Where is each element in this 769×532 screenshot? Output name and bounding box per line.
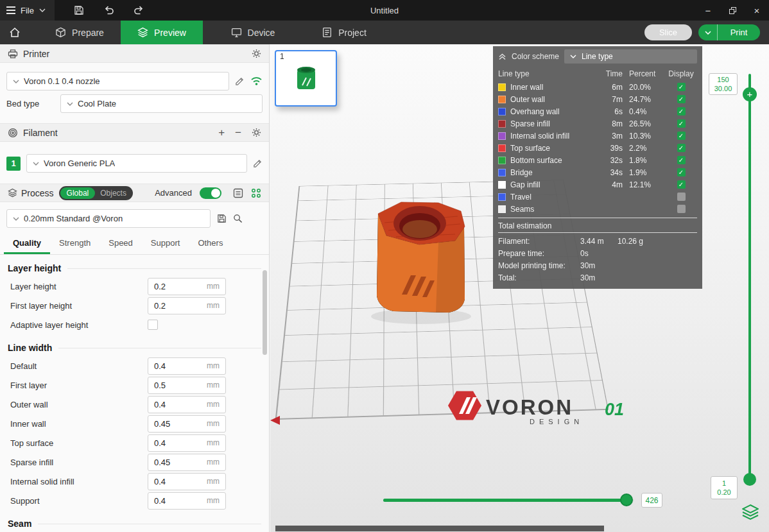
bed-type-select[interactable]: Cool Plate <box>60 94 263 113</box>
display-checkbox[interactable]: ✓ <box>677 205 686 213</box>
param-input[interactable]: 0.45 mm <box>148 415 226 433</box>
process-tab[interactable]: Others <box>189 233 232 254</box>
edit-icon <box>235 76 245 86</box>
line-type-percent: 24.7% <box>623 95 665 104</box>
scope-objects-button[interactable]: Objects <box>95 187 132 199</box>
param-input[interactable]: 0.4 mm <box>148 396 226 413</box>
step-slider-value: 426 <box>641 493 662 508</box>
display-checkbox[interactable]: ✓ <box>677 193 686 201</box>
remove-filament-button[interactable]: − <box>235 126 241 139</box>
layers-view-button[interactable] <box>742 504 759 523</box>
color-scheme-select[interactable]: Line type <box>564 49 697 64</box>
step-slider-track[interactable] <box>383 499 634 502</box>
scope-global-button[interactable]: Global <box>60 187 96 199</box>
param-value: 0.5 <box>154 381 166 390</box>
total-extra: 10.26 g <box>618 237 697 246</box>
file-menu[interactable]: File <box>0 0 55 21</box>
param-input[interactable]: 0.45 mm <box>148 454 226 471</box>
line-type-label: Bridge <box>510 168 533 177</box>
display-checkbox[interactable]: ✓ <box>677 95 686 103</box>
param-input[interactable]: 0.4 mm <box>148 473 226 490</box>
tab-preview[interactable]: Preview <box>121 21 203 44</box>
preview-viewport[interactable]: VORON DESIGN 01 1 Color scheme <box>270 44 769 532</box>
process-tab[interactable]: Speed <box>99 233 142 254</box>
undo-button[interactable] <box>103 6 114 15</box>
display-checkbox[interactable]: ✓ <box>677 156 686 164</box>
display-checkbox[interactable]: ✓ <box>677 144 686 152</box>
legend-row: Sparse infill 8m 26.5% ✓ <box>493 117 702 130</box>
filament-index-badge: 1 <box>6 157 21 171</box>
redo-button[interactable] <box>134 6 144 15</box>
save-button[interactable] <box>74 5 84 15</box>
print-options-button[interactable] <box>698 24 718 40</box>
collapse-panel-button[interactable] <box>498 53 506 60</box>
param-input[interactable]: 0.4 mm <box>148 492 226 510</box>
add-filament-button[interactable]: + <box>218 126 225 139</box>
preview-icon <box>137 27 148 38</box>
sidebar-scrollbar[interactable] <box>263 270 267 355</box>
param-label: Default <box>10 361 148 371</box>
tab-prepare-label: Prepare <box>72 28 104 38</box>
printer-connection-button[interactable] <box>250 76 263 86</box>
line-type-swatch <box>498 108 506 116</box>
advanced-toggle[interactable] <box>200 187 221 199</box>
print-button[interactable]: Print <box>718 24 760 40</box>
search-settings-button[interactable] <box>233 214 243 223</box>
display-checkbox[interactable]: ✓ <box>677 83 686 91</box>
home-button[interactable] <box>0 21 30 44</box>
save-icon <box>217 214 227 223</box>
restore-button[interactable] <box>720 0 745 21</box>
param-row: Adaptive layer height <box>0 315 269 334</box>
printer-preset-select[interactable]: Voron 0.1 0.4 nozzle <box>6 72 229 90</box>
param-input[interactable]: 0.4 mm <box>148 434 226 452</box>
line-type-time: 3m <box>596 132 623 141</box>
process-preset-select[interactable]: 0.20mm Standard @Voron <box>6 209 211 228</box>
edit-filament-button[interactable] <box>253 159 263 168</box>
bottom-layer-number: 1 <box>722 479 726 488</box>
display-checkbox[interactable]: ✓ <box>677 119 686 128</box>
close-button[interactable]: × <box>745 0 769 21</box>
param-input[interactable]: 0.5 mm <box>148 377 226 394</box>
plate-thumbnail[interactable]: 1 <box>275 50 337 107</box>
layer-slider-lower-handle[interactable] <box>743 473 756 486</box>
line-type-time: 4m <box>596 180 623 189</box>
param-unit: mm <box>207 419 220 428</box>
layer-height-group: Layer height Layer height 0.2 mm <box>0 255 269 334</box>
display-checkbox[interactable]: ✓ <box>677 180 686 189</box>
layer-slider-track[interactable] <box>748 74 751 482</box>
total-row: Model printing time: 30m <box>493 259 702 271</box>
objects-table-button[interactable] <box>251 188 261 198</box>
chevron-down-icon <box>13 217 19 221</box>
param-input[interactable]: 0.2 mm <box>148 278 226 295</box>
tab-device[interactable]: Device <box>212 21 294 44</box>
process-section-header: Process Global Objects Advanced <box>0 184 269 202</box>
slice-button[interactable]: Slice <box>644 24 692 40</box>
parameter-list-button[interactable] <box>233 188 243 198</box>
tab-prepare[interactable]: Prepare <box>39 21 121 44</box>
bed-front-edge <box>275 526 604 531</box>
restore-icon <box>729 7 736 14</box>
filament-settings-button[interactable] <box>252 128 261 137</box>
tab-project[interactable]: Project <box>303 21 385 44</box>
display-checkbox[interactable]: ✓ <box>677 132 686 140</box>
process-tab[interactable]: Strength <box>50 233 99 254</box>
process-tab[interactable]: Quality <box>4 233 50 254</box>
line-type-percent: 1.8% <box>623 156 665 165</box>
printer-settings-button[interactable] <box>252 49 261 58</box>
save-preset-button[interactable] <box>217 214 227 223</box>
line-type-legend-panel: Color scheme Line type Line type Time Pe… <box>493 46 702 289</box>
layer-slider-upper-handle[interactable]: + <box>743 87 757 101</box>
param-label: Internal solid infill <box>10 477 148 486</box>
process-tab[interactable]: Support <box>142 233 189 254</box>
edit-printer-button[interactable] <box>235 76 245 86</box>
filament-preset-select[interactable]: Voron Generic PLA <box>26 154 247 173</box>
minimize-button[interactable]: − <box>696 0 720 21</box>
param-input[interactable]: 0.4 mm <box>148 357 226 375</box>
display-checkbox[interactable]: ✓ <box>677 107 686 116</box>
line-type-label: Sparse infill <box>510 119 550 128</box>
step-slider-handle[interactable] <box>620 493 633 506</box>
display-checkbox[interactable]: ✓ <box>677 168 686 176</box>
param-checkbox[interactable] <box>148 320 158 330</box>
param-input[interactable]: 0.2 mm <box>148 297 226 314</box>
line-type-label: Seams <box>510 205 534 214</box>
